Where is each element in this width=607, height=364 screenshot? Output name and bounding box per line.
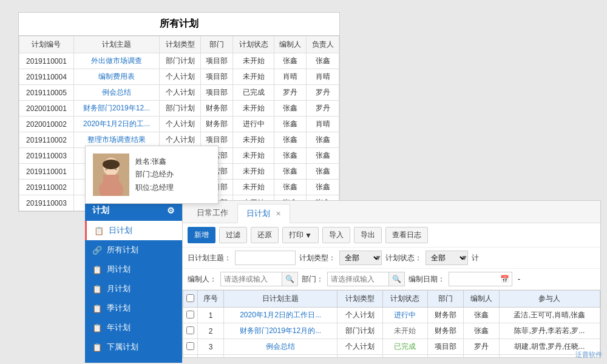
- sidebar-icon-all: 🔗: [92, 246, 102, 255]
- import-button[interactable]: 导入: [322, 227, 350, 243]
- sidebar-title: 计划: [92, 205, 109, 216]
- row-topic[interactable]: 例会总结: [224, 339, 337, 355]
- sidebar-item-weekly[interactable]: 📋周计划: [85, 260, 182, 279]
- table-cell: 个人计划: [160, 69, 201, 85]
- table-cell[interactable]: 编制费用表: [73, 69, 159, 85]
- sidebar-icon-daily: 📋: [94, 226, 104, 235]
- table-cell[interactable]: 外出做市场调查: [73, 53, 159, 69]
- row-participants: 陈菲,罗丹,李若若,罗...: [499, 323, 600, 339]
- table-cell: 张鑫: [307, 132, 339, 148]
- table-cell: 张鑫: [307, 53, 339, 69]
- search-bar-2: 编制人： 🔍 部门： 🔍 编制日期： 📅 -: [183, 269, 600, 290]
- row-type: 部门计划: [337, 323, 383, 339]
- date-start-input[interactable]: [449, 274, 498, 285]
- editor-search-icon[interactable]: 🔍: [282, 272, 297, 286]
- table-cell: 未开始: [233, 101, 274, 116]
- row-topic[interactable]: 财务部门2019年12月的...: [224, 323, 337, 339]
- data-col-header: 计划类型: [337, 291, 383, 308]
- dept-input[interactable]: [328, 274, 388, 285]
- row-checkbox[interactable]: [186, 311, 194, 318]
- date-label: 编制日期：: [409, 274, 445, 285]
- table-row[interactable]: 2019110001外出做市场调查部门计划项目部未开始张鑫张鑫: [19, 53, 339, 69]
- avatar: [93, 153, 129, 196]
- table-cell: 部门计划: [160, 53, 201, 69]
- table-cell: 项目部: [200, 85, 232, 101]
- table-cell[interactable]: 例会总结: [73, 85, 159, 101]
- table-row[interactable]: 4编制费用表个人计划未开始项目部肖晴肖晴,张鑫: [183, 355, 600, 358]
- table-cell: 2019110002: [19, 132, 74, 148]
- row-checkbox[interactable]: [186, 326, 194, 334]
- data-col-header: 计划状态: [382, 291, 428, 308]
- main-panel: 日常工作 日计划 ✕ 新增 过滤 还原 打印 ▼ 导入 导出 查看日志 日计划主…: [182, 200, 601, 358]
- sidebar-item-yearly[interactable]: 📋年计划: [85, 318, 182, 337]
- dept-search-icon[interactable]: 🔍: [388, 272, 404, 286]
- sidebar-item-monthly[interactable]: 📋月计划: [85, 279, 182, 298]
- print-button[interactable]: 打印 ▼: [282, 227, 319, 243]
- table-cell: 张鑫: [274, 148, 307, 164]
- sidebar-label-weekly: 周计划: [107, 264, 131, 275]
- status-select[interactable]: 全部 未开始 进行中 已完成: [426, 251, 468, 265]
- export-button[interactable]: 导出: [354, 227, 382, 243]
- sidebar-icon-yearly: 📋: [92, 323, 102, 332]
- table-cell: 肖晴: [307, 116, 339, 132]
- pos-value: 总经理: [152, 183, 174, 192]
- table-cell[interactable]: 财务部门2019年12...: [73, 101, 159, 116]
- dept-combo: 🔍: [327, 272, 405, 286]
- topic-input[interactable]: [235, 251, 296, 265]
- table-cell[interactable]: 2020年1月2日的工...: [73, 116, 159, 132]
- row-participants: 孟洁,王可可,肖晴,张鑫: [499, 308, 600, 323]
- toolbar: 新增 过滤 还原 打印 ▼ 导入 导出 查看日志: [183, 223, 600, 248]
- table-cell: 未开始: [233, 53, 274, 69]
- row-editor: 罗丹: [464, 339, 500, 355]
- table-row[interactable]: 2020010001财务部门2019年12...部门计划财务部未开始张鑫罗丹: [19, 101, 339, 116]
- row-editor: 张鑫: [464, 308, 500, 323]
- table-cell: 个人计划: [160, 116, 201, 132]
- row-type: 个人计划: [337, 339, 383, 355]
- tab-daily-plan[interactable]: 日计划 ✕: [237, 204, 290, 223]
- table-row[interactable]: 2019110005例会总结个人计划项目部已完成罗丹罗丹: [19, 85, 339, 101]
- data-table: 序号日计划主题计划类型计划状态部门编制人参与人 12020年1月2日的工作日..…: [183, 290, 600, 357]
- svg-point-5: [105, 169, 107, 170]
- sidebar-item-sub[interactable]: 📋下属计划: [85, 337, 182, 357]
- data-table-wrapper: 序号日计划主题计划类型计划状态部门编制人参与人 12020年1月2日的工作日..…: [183, 290, 600, 357]
- row-checkbox[interactable]: [186, 342, 194, 350]
- table-cell: 未开始: [233, 148, 274, 164]
- row-status: 未开始: [382, 323, 428, 339]
- table-row[interactable]: 20200100022020年1月2日的工...个人计划财务部进行中张鑫肖晴: [19, 116, 339, 132]
- tab-daily-work[interactable]: 日常工作: [188, 203, 237, 223]
- sidebar-item-all[interactable]: 🔗所有计划: [85, 240, 182, 260]
- row-no: 4: [198, 355, 224, 358]
- editor-label: 编制人：: [188, 274, 217, 285]
- table-row[interactable]: 2019110004编制费用表个人计划项目部未开始肖晴肖晴: [19, 69, 339, 85]
- editor-input[interactable]: [221, 274, 282, 285]
- data-col-header: 编制人: [464, 291, 500, 308]
- row-topic[interactable]: 2020年1月2日的工作日...: [224, 308, 337, 323]
- table-cell: 张鑫: [307, 164, 339, 180]
- editor-combo: 🔍: [220, 272, 298, 286]
- table-row[interactable]: 3例会总结个人计划已完成项目部罗丹胡建,胡雪,罗丹,任晓...: [183, 339, 600, 355]
- row-type: 个人计划: [337, 355, 383, 358]
- add-button[interactable]: 新增: [188, 227, 215, 243]
- table-cell: 张鑫: [274, 164, 307, 180]
- table-row[interactable]: 12020年1月2日的工作日...个人计划进行中财务部张鑫孟洁,王可可,肖晴,张…: [183, 308, 600, 323]
- bg-col-header: 编制人: [274, 36, 307, 53]
- table-cell: 2019110003: [19, 148, 74, 164]
- table-row[interactable]: 2财务部门2019年12月的...部门计划未开始财务部张鑫陈菲,罗丹,李若若,罗…: [183, 323, 600, 339]
- table-cell: 2019110002: [19, 180, 74, 195]
- sidebar-item-quarterly[interactable]: 📋季计划: [85, 298, 182, 318]
- select-all-checkbox[interactable]: [186, 294, 194, 302]
- sidebar-item-daily[interactable]: 📋日计划: [85, 221, 182, 240]
- data-col-header: 日计划主题: [224, 291, 337, 308]
- table-cell: 张鑫: [274, 53, 307, 69]
- filter-button[interactable]: 过滤: [219, 227, 247, 243]
- table-cell: 未开始: [233, 164, 274, 180]
- tab-close-icon[interactable]: ✕: [276, 210, 281, 217]
- restore-button[interactable]: 还原: [251, 227, 279, 243]
- name-label: 姓名:: [135, 157, 152, 166]
- type-select[interactable]: 全部 个人计划 部门计划: [339, 251, 382, 265]
- dept-value: 总经办: [152, 170, 174, 178]
- gear-icon[interactable]: ⚙: [167, 206, 175, 215]
- log-button[interactable]: 查看日志: [385, 227, 428, 243]
- data-col-header: 序号: [198, 291, 224, 308]
- calendar-icon[interactable]: 📅: [498, 275, 512, 283]
